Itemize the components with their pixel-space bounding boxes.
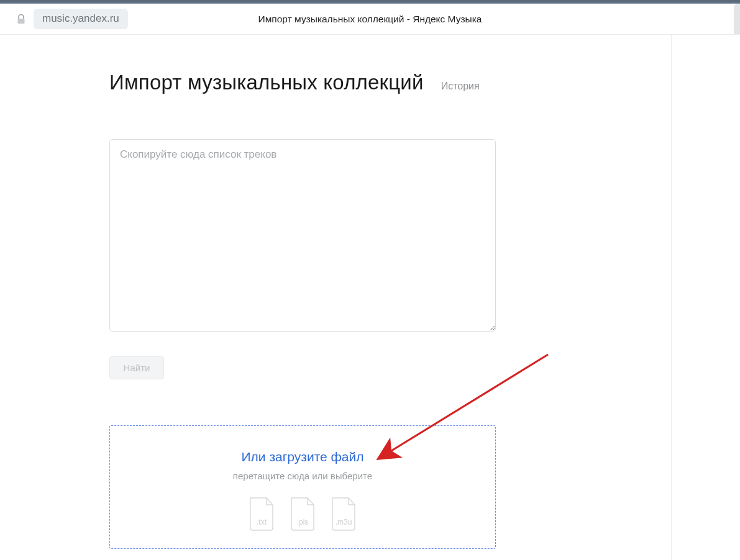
tracks-textarea[interactable] [109,139,496,332]
dropzone-file-types: .txt .pls .m3u [110,497,495,531]
browser-address-bar: music.yandex.ru Импорт музыкальных колле… [0,4,740,34]
file-type-icon: .pls [289,497,316,531]
url-display[interactable]: music.yandex.ru [34,9,128,29]
file-dropzone[interactable]: Или загрузите файл перетащите сюда или в… [109,425,496,549]
history-link[interactable]: История [441,81,480,92]
svg-rect-0 [18,19,25,24]
main-content: Импорт музыкальных коллекций История Най… [0,35,671,549]
find-button[interactable]: Найти [109,356,164,379]
lock-icon [14,11,29,27]
file-type-icon: .txt [248,497,275,531]
tab-title: Импорт музыкальных коллекций - Яндекс Му… [258,14,482,25]
content-right-border [671,35,672,560]
dropzone-upload-link[interactable]: Или загрузите файл [110,449,495,464]
adjacent-tab-edge [734,4,740,34]
page-title: Импорт музыкальных коллекций [109,71,424,94]
dropzone-subtitle: перетащите сюда или выберите [110,471,495,481]
file-type-icon: .m3u [330,497,357,531]
